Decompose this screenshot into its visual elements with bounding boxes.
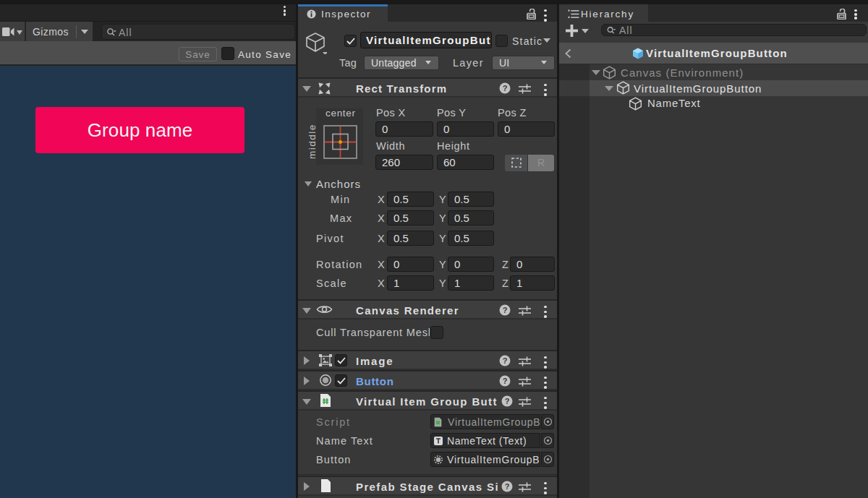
svg-text:?: ? — [505, 482, 510, 491]
svg-text:?: ? — [505, 397, 510, 405]
svg-text:?: ? — [503, 84, 508, 93]
svg-text:?: ? — [503, 306, 508, 314]
svg-text:?: ? — [503, 377, 508, 385]
svg-text:?: ? — [503, 356, 508, 365]
